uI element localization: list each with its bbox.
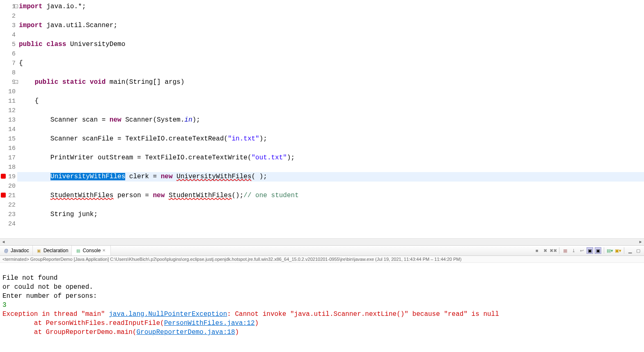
code-line[interactable]: import java.io.*; [17, 2, 644, 12]
terminate-icon[interactable]: ■ [534, 247, 540, 254]
line-number: 1– [0, 2, 17, 12]
word-wrap-icon[interactable]: ↩ [578, 247, 585, 254]
code-line[interactable]: public static void main(String[] args) [17, 78, 644, 87]
console-icon: ▤ [75, 248, 81, 253]
line-number: 17 [0, 153, 17, 163]
scroll-lock-icon[interactable]: ⤓ [570, 247, 577, 254]
line-number: 7 [0, 59, 17, 68]
code-line[interactable]: public class UniversityDemo [17, 40, 644, 49]
line-number: 9– [0, 78, 17, 87]
console-stdout-line: File not found [2, 274, 57, 282]
tab-declaration[interactable]: ▣ Declaration [33, 246, 72, 255]
line-number: 20 [0, 182, 17, 191]
console-status-line: <terminated> GroupReporterDemo [Java App… [0, 256, 644, 263]
remove-terminated-icon[interactable]: ✖ [542, 247, 548, 254]
tab-label: Declaration [44, 248, 69, 253]
line-number: 11 [0, 97, 17, 106]
code-line[interactable] [17, 30, 644, 40]
code-line[interactable] [17, 163, 644, 172]
code-line[interactable] [17, 219, 644, 229]
console-toolbar: ■ ✖ ✖✖ ▦ ⤓ ↩ ▣ ▣ ▤▾ ▣▾ ▁ ▢ [531, 247, 644, 254]
code-line[interactable]: { [17, 59, 644, 68]
code-content[interactable]: import java.io.*;import java.util.Scanne… [17, 0, 644, 238]
line-number: 14 [0, 125, 17, 134]
fold-toggle-icon[interactable]: – [14, 5, 18, 8]
console-stderr-line: Exception in thread "main" java.lang.Nul… [2, 311, 499, 318]
line-number: 15 [0, 134, 17, 144]
tab-javadoc[interactable]: @ Javadoc [0, 246, 33, 255]
fold-toggle-icon[interactable]: – [14, 80, 18, 84]
code-line[interactable] [17, 12, 644, 21]
code-line[interactable] [17, 49, 644, 59]
show-console-on-output-icon[interactable]: ▣ [587, 247, 593, 254]
code-line[interactable] [17, 68, 644, 78]
line-number: 16 [0, 144, 17, 153]
javadoc-icon: @ [3, 248, 9, 253]
line-number: 18 [0, 163, 17, 172]
line-number: 22 [0, 200, 17, 210]
line-number: 24 [0, 219, 17, 229]
console-stdout-line: or could not be opened. [2, 283, 93, 291]
line-number: 5 [0, 40, 17, 49]
code-line[interactable] [17, 182, 644, 191]
line-number: 10 [0, 87, 17, 97]
error-marker-icon[interactable] [1, 193, 6, 198]
code-line[interactable]: String junk; [17, 210, 644, 219]
error-marker-icon[interactable] [1, 174, 6, 179]
code-line[interactable]: import java.util.Scanner; [17, 21, 644, 30]
console-stdin-line: 3 [2, 301, 7, 309]
line-number-gutter: 1–23456789–10111213141516171819202122232… [0, 0, 17, 238]
code-line[interactable]: PrintWriter outStream = TextFileIO.creat… [17, 153, 644, 163]
line-number: 6 [0, 49, 17, 59]
remove-all-terminated-icon[interactable]: ✖✖ [550, 247, 557, 254]
clear-console-icon[interactable]: ▦ [562, 247, 568, 254]
line-number: 2 [0, 12, 17, 21]
console-stdout-line: Enter number of persons: [2, 292, 97, 300]
code-line[interactable] [17, 144, 644, 153]
stacktrace-link[interactable]: PersonWithFiles.java:12 [164, 320, 255, 327]
display-selected-console-icon[interactable]: ▤▾ [607, 247, 613, 254]
line-number: 3 [0, 21, 17, 30]
code-editor[interactable]: 1–23456789–10111213141516171819202122232… [0, 0, 644, 238]
code-line[interactable]: { [17, 97, 644, 106]
code-line[interactable]: Scanner scanFile = TextFileIO.createText… [17, 134, 644, 144]
line-number: 19 [0, 172, 17, 182]
horizontal-scrollbar[interactable]: ◄ ► [0, 238, 644, 245]
line-number: 23 [0, 210, 17, 219]
code-line[interactable] [17, 106, 644, 115]
maximize-icon[interactable]: ▢ [635, 247, 642, 254]
code-line[interactable]: Scanner scan = new Scanner(System.in); [17, 115, 644, 125]
tab-label: Console [83, 248, 101, 253]
code-line[interactable] [17, 87, 644, 97]
scroll-left-arrow-icon[interactable]: ◄ [0, 239, 7, 246]
line-number: 12 [0, 106, 17, 115]
line-number: 4 [0, 30, 17, 40]
console-stderr-line: at PersonWithFiles.readInputFile(PersonW… [2, 320, 259, 327]
bottom-panel-tabs: @ Javadoc ▣ Declaration ▤ Console ✕ ■ ✖ … [0, 245, 644, 256]
minimize-icon[interactable]: ▁ [627, 247, 633, 254]
code-line[interactable] [17, 125, 644, 134]
line-number: 8 [0, 68, 17, 78]
code-line[interactable]: UniversityWithFiles clerk = new Universi… [17, 172, 644, 182]
exception-link[interactable]: java.lang.NullPointerException [109, 311, 227, 318]
code-line[interactable]: StudentWithFiles person = new StudentWit… [17, 191, 644, 200]
open-console-icon[interactable]: ▣▾ [615, 247, 621, 254]
tab-label: Javadoc [11, 248, 29, 253]
tab-console[interactable]: ▤ Console ✕ [72, 246, 111, 255]
show-console-on-error-icon[interactable]: ▣ [595, 247, 601, 254]
close-icon[interactable]: ✕ [102, 248, 107, 253]
scroll-right-arrow-icon[interactable]: ► [637, 239, 644, 246]
console-stderr-line: at GroupReporterDemo.main(GroupReporterD… [2, 329, 239, 336]
line-number: 13 [0, 115, 17, 125]
console-output[interactable]: File not found or could not be opened. E… [0, 263, 644, 338]
code-line[interactable] [17, 200, 644, 210]
stacktrace-link[interactable]: GroupReporterDemo.java:18 [136, 329, 235, 336]
line-number: 21 [0, 191, 17, 200]
declaration-icon: ▣ [36, 248, 42, 253]
